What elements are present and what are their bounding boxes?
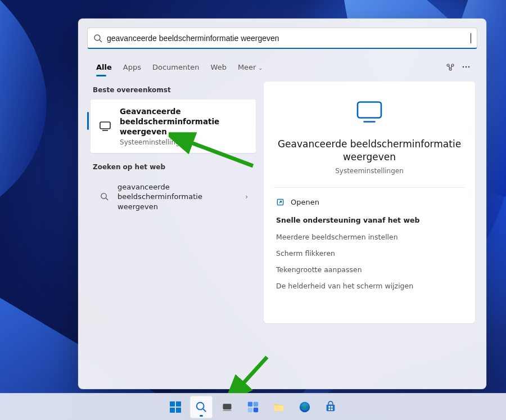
help-link[interactable]: Scherm flikkeren (275, 245, 464, 261)
help-link[interactable]: De helderheid van het scherm wijzigen (275, 278, 464, 294)
tab-all[interactable]: Alle (91, 60, 118, 75)
svg-point-0 (94, 35, 100, 40)
best-match-result[interactable]: Geavanceerdebeeldscherminformatie weerge… (91, 100, 256, 153)
svg-point-6 (466, 66, 467, 68)
svg-rect-33 (331, 406, 333, 408)
svg-rect-23 (223, 404, 232, 409)
svg-rect-25 (248, 401, 252, 406)
search-icon (93, 34, 102, 43)
open-label: Openen (291, 198, 319, 206)
svg-rect-26 (254, 401, 258, 406)
web-result-item[interactable]: geavanceerde beeldscherminformatie weerg… (91, 177, 256, 218)
svg-rect-24 (223, 410, 232, 411)
svg-rect-29 (274, 405, 284, 411)
best-match-title: Geavanceerdebeeldscherminformatie weerge… (120, 106, 248, 137)
task-view-button[interactable] (216, 396, 238, 418)
best-match-header: Beste overeenkomst (93, 86, 254, 94)
svg-rect-31 (327, 404, 335, 411)
taskbar (0, 393, 506, 420)
search-button[interactable] (190, 396, 213, 418)
edge-button[interactable] (293, 396, 316, 418)
svg-rect-32 (328, 406, 330, 408)
chevron-right-icon: › (245, 193, 248, 201)
svg-line-11 (106, 198, 108, 201)
svg-rect-8 (100, 122, 110, 129)
tab-documents[interactable]: Documenten (147, 60, 205, 75)
chevron-down-icon: ⌄ (258, 65, 263, 71)
search-icon (98, 191, 110, 202)
open-external-icon (276, 198, 285, 207)
web-search-header: Zoeken op het web (93, 163, 254, 171)
start-search-panel: Alle Apps Documenten Web Meer⌄ Beste ove… (78, 19, 486, 389)
preview-subtitle: Systeeminstellingen (275, 167, 464, 175)
svg-line-22 (203, 409, 206, 412)
svg-rect-20 (176, 408, 181, 413)
tab-web[interactable]: Web (205, 60, 232, 75)
svg-line-1 (100, 40, 102, 42)
svg-rect-12 (358, 102, 381, 118)
svg-rect-27 (248, 407, 252, 412)
more-options-icon[interactable] (458, 59, 474, 75)
svg-rect-17 (170, 401, 175, 407)
svg-rect-18 (176, 401, 181, 407)
svg-point-4 (449, 68, 451, 70)
preview-column: Geavanceerde beeldscherminformatie weerg… (258, 82, 477, 389)
divider (274, 187, 465, 188)
open-action[interactable]: Openen (275, 195, 464, 210)
search-box[interactable] (87, 28, 477, 49)
tab-more[interactable]: Meer⌄ (232, 60, 268, 75)
store-button[interactable] (319, 396, 342, 418)
tab-apps[interactable]: Apps (118, 60, 147, 75)
svg-rect-34 (328, 408, 330, 410)
help-link[interactable]: Tekengrootte aanpassen (275, 261, 464, 278)
help-link[interactable]: Meerdere beeldschermen instellen (275, 229, 464, 245)
svg-rect-35 (331, 408, 333, 410)
text-caret (471, 33, 471, 43)
best-match-subtitle: Systeeminstellingen (120, 138, 248, 146)
web-result-label: geavanceerde beeldscherminformatie weerg… (118, 182, 237, 212)
display-icon-large (275, 96, 464, 128)
svg-point-10 (101, 193, 106, 198)
svg-rect-19 (170, 408, 175, 413)
results-column: Beste overeenkomst Geavanceerdebeeldsche… (87, 82, 258, 389)
preview-title: Geavanceerde beeldscherminformatie weerg… (275, 138, 464, 164)
search-filter-tabs: Alle Apps Documenten Web Meer⌄ (87, 59, 477, 75)
svg-point-7 (468, 66, 470, 68)
svg-point-5 (463, 66, 464, 68)
result-preview-card: Geavanceerde beeldscherminformatie weerg… (264, 82, 475, 323)
svg-rect-28 (254, 407, 258, 412)
help-header: Snelle ondersteuning vanaf het web (276, 216, 463, 224)
widgets-button[interactable] (242, 396, 264, 418)
file-explorer-button[interactable] (268, 396, 290, 418)
svg-point-21 (197, 402, 204, 409)
search-input[interactable] (102, 34, 471, 43)
quick-action-icon[interactable] (442, 59, 458, 75)
start-button[interactable] (164, 396, 187, 418)
display-icon (98, 118, 112, 134)
